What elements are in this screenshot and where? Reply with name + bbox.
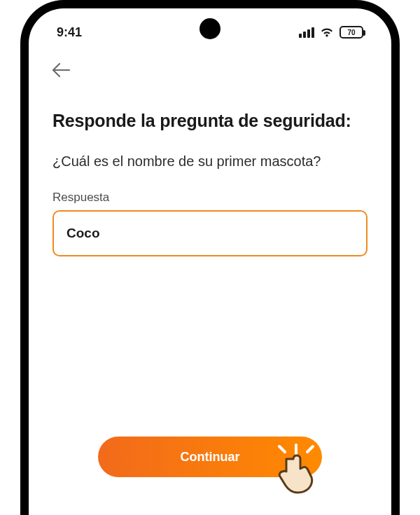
- nav-bar: [29, 43, 391, 83]
- continue-button[interactable]: Continuar: [98, 437, 322, 477]
- battery-icon: 70: [340, 26, 363, 39]
- page-title: Responde la pregunta de seguridad:: [52, 111, 368, 131]
- content-area: Responde la pregunta de seguridad: ¿Cuál…: [29, 83, 391, 256]
- answer-input[interactable]: [52, 210, 368, 256]
- camera-notch: [200, 18, 220, 39]
- wifi-icon: [320, 27, 334, 38]
- status-icons: 70: [299, 26, 363, 39]
- phone-frame: 9:41 70 Responde la pregunta de segurida…: [20, 0, 400, 515]
- arrow-left-icon: [52, 62, 70, 78]
- security-question: ¿Cuál es el nombre de su primer mascota?: [52, 153, 368, 170]
- back-button[interactable]: [48, 57, 74, 83]
- cellular-icon: [299, 27, 314, 38]
- answer-label: Respuesta: [52, 191, 368, 205]
- clock: 9:41: [57, 25, 82, 40]
